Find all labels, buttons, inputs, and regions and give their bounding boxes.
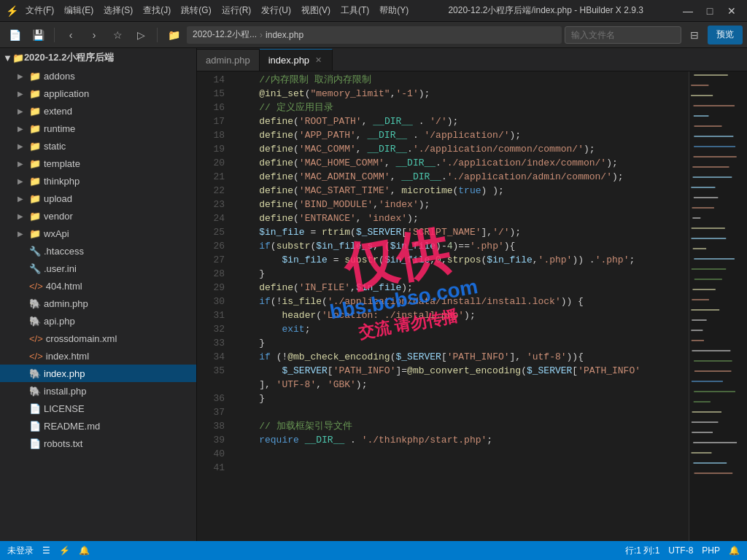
sidebar-item-crossdomain[interactable]: ▶ </> crossdomain.xml [0, 330, 196, 347]
code-line: $in_file = rtrim($_SERVER['SCRIPT_NAME']… [236, 225, 689, 239]
sidebar-item-extend[interactable]: ▶ 📁 extend [0, 102, 196, 120]
item-label: static [44, 141, 66, 152]
sidebar-item-readme[interactable]: ▶ 📄 README.md [0, 417, 196, 435]
item-label: robots.txt [44, 438, 82, 449]
toolbar-separator [54, 28, 55, 42]
project-root[interactable]: ▼ 📁 2020-12.2小程序后端 [0, 48, 196, 67]
sidebar-item-template[interactable]: ▶ 📁 template [0, 155, 196, 172]
menu-bar: 文件(F) 编辑(E) 选择(S) 查找(J) 跳转(G) 运行(R) 发行(U… [21, 3, 413, 18]
preview-button[interactable]: 预览 [708, 26, 743, 44]
save-button[interactable]: 💾 [28, 26, 48, 44]
sidebar-item-userini[interactable]: ▶ 🔧 .user.ini [0, 260, 196, 277]
menu-help[interactable]: 帮助(Y) [375, 3, 413, 18]
root-folder-icon: 📁 [12, 52, 24, 63]
tab-label: admin.php [206, 55, 250, 66]
minimap-canvas [689, 71, 747, 509]
file-icon: </> [29, 351, 43, 362]
code-line: header('Location: ./install.php'); [236, 308, 689, 322]
code-content[interactable]: //内存限制 取消内存限制 @ini_set("memory_limit",'-… [231, 71, 689, 541]
root-chevron: ▼ [3, 52, 12, 63]
sidebar-item-runtime[interactable]: ▶ 📁 runtime [0, 120, 196, 137]
folder-icon: 📁 [29, 123, 41, 134]
code-line: // 定义应用目录 [236, 101, 689, 114]
folder-chevron: ▶ [18, 142, 29, 150]
title-bar: ⚡ 文件(F) 编辑(E) 选择(S) 查找(J) 跳转(G) 运行(R) 发行… [0, 0, 747, 22]
file-icon: 📄 [29, 403, 41, 414]
status-icon3: 🔔 [79, 545, 90, 556]
sidebar-item-install[interactable]: ▶ 🐘 install.php [0, 382, 196, 400]
file-language[interactable]: PHP [702, 545, 720, 556]
folder-icon: 📁 [29, 106, 41, 117]
menu-view[interactable]: 视图(V) [297, 3, 335, 18]
sidebar-item-license[interactable]: ▶ 📄 LICENSE [0, 400, 196, 417]
status-icon2: ⚡ [59, 545, 70, 556]
item-label: addons [44, 71, 75, 82]
menu-tools[interactable]: 工具(T) [336, 3, 374, 18]
code-editor[interactable]: 1415161718 1920212223 2425262728 2930313… [197, 71, 747, 541]
item-label: wxApi [44, 228, 69, 239]
sidebar-item-static[interactable]: ▶ 📁 static [0, 137, 196, 155]
sidebar-item-index-php[interactable]: ▶ 🐘 index.php [0, 365, 196, 382]
code-line: $in_file = substr($in_file,0,strpos($in_… [236, 253, 689, 267]
back-button[interactable]: ‹ [61, 26, 81, 44]
filter-button[interactable]: ⊟ [684, 26, 705, 44]
folder-button[interactable]: 📁 [163, 26, 184, 44]
new-file-button[interactable]: 📄 [4, 26, 25, 44]
code-line: if(substr($in_file_s, ($in_file)-4)=='.p… [236, 239, 689, 253]
item-label: upload [44, 193, 72, 204]
folder-icon: 📁 [29, 228, 41, 239]
sidebar-item-robots[interactable]: ▶ 📄 robots.txt [0, 435, 196, 452]
sidebar-item-application[interactable]: ▶ 📁 application [0, 85, 196, 102]
sidebar-item-wxapi[interactable]: ▶ 📁 wxApi [0, 225, 196, 242]
folder-icon: 📁 [29, 71, 41, 82]
tab-index-php[interactable]: index.php ✕ [260, 49, 333, 71]
menu-jump[interactable]: 跳转(G) [177, 3, 215, 18]
maximize-button[interactable]: □ [700, 3, 719, 19]
tab-admin-php[interactable]: admin.php [197, 49, 260, 71]
tab-close-button[interactable]: ✕ [314, 55, 323, 65]
menu-find[interactable]: 查找(J) [139, 3, 175, 18]
run-button[interactable]: ▷ [131, 26, 151, 44]
sidebar-item-404[interactable]: ▶ </> 404.html [0, 277, 196, 295]
code-line: if (!@mb_check_encoding($_SERVER['PATH_I… [236, 350, 689, 364]
cursor-position[interactable]: 行:1 列:1 [625, 545, 659, 557]
file-search-input[interactable] [565, 26, 681, 44]
app-icon: ⚡ [6, 5, 18, 17]
code-line [236, 447, 689, 461]
window-controls: — □ ✕ [678, 3, 741, 19]
file-explorer: ▼ 📁 2020-12.2小程序后端 ▶ 📁 addons ▶ 📁 applic… [0, 48, 197, 541]
item-label: admin.php [44, 298, 88, 309]
code-line: define('ENTRANCE', 'index'); [236, 211, 689, 225]
menu-file[interactable]: 文件(F) [21, 3, 58, 18]
sidebar-item-index-html[interactable]: ▶ </> index.html [0, 347, 196, 365]
minimize-button[interactable]: — [678, 3, 697, 19]
item-label: README.md [44, 421, 100, 432]
sidebar-item-htaccess[interactable]: ▶ 🔧 .htaccess [0, 242, 196, 260]
path-bar[interactable]: 2020-12.2小程... › index.php [187, 26, 562, 44]
menu-run[interactable]: 运行(R) [217, 3, 256, 18]
login-status[interactable]: 未登录 [7, 545, 34, 557]
folder-chevron: ▶ [18, 72, 29, 80]
item-label: runtime [44, 123, 75, 134]
menu-publish[interactable]: 发行(U) [257, 3, 295, 18]
code-line: ], 'UTF-8', 'GBK'); [236, 378, 689, 392]
folder-chevron: ▶ [18, 230, 29, 238]
sidebar-item-addons[interactable]: ▶ 📁 addons [0, 67, 196, 85]
forward-button[interactable]: › [84, 26, 104, 44]
sidebar-item-admin-php[interactable]: ▶ 🐘 admin.php [0, 295, 196, 312]
file-icon: 🐘 [29, 316, 41, 327]
file-encoding[interactable]: UTF-8 [668, 545, 693, 556]
sidebar-item-api-php[interactable]: ▶ 🐘 api.php [0, 312, 196, 330]
code-line: exit; [236, 322, 689, 336]
bookmark-button[interactable]: ☆ [107, 26, 128, 44]
menu-edit[interactable]: 编辑(E) [60, 3, 98, 18]
close-button[interactable]: ✕ [722, 3, 741, 19]
code-line: define('MAC_COMM', __DIR__.'./applicatio… [236, 142, 689, 156]
sidebar-item-vendor[interactable]: ▶ 📁 vendor [0, 207, 196, 225]
file-icon: 🐘 [29, 298, 41, 309]
sidebar-item-upload[interactable]: ▶ 📁 upload [0, 190, 196, 207]
code-line: @ini_set("memory_limit",'-1'); [236, 87, 689, 101]
sidebar-item-thinkphp[interactable]: ▶ 📁 thinkphp [0, 172, 196, 190]
folder-icon: 📁 [29, 176, 41, 187]
menu-select[interactable]: 选择(S) [99, 3, 137, 18]
